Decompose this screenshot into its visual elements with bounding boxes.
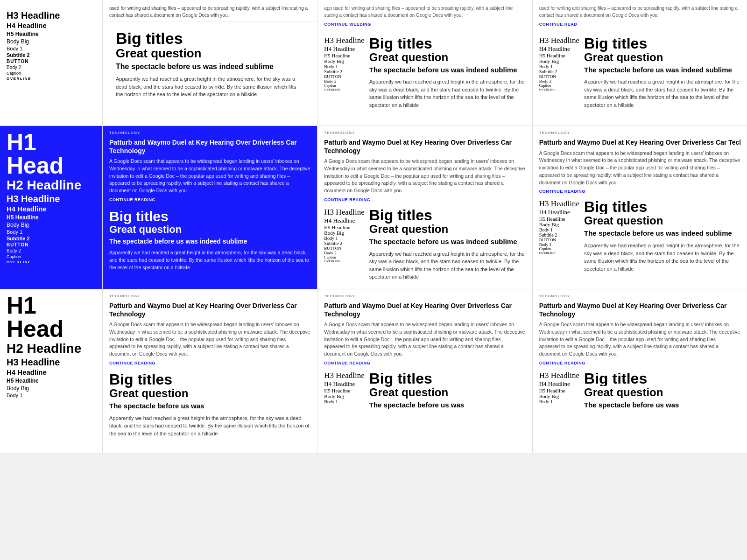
typo-mini-row2-2: H3 Headline H4 Headline H5 Headline Body…	[324, 208, 364, 284]
bigtitle-blue-1: Big titles	[109, 210, 310, 224]
bigtitles-block-3: Big titles Great question The spectacle …	[584, 36, 740, 121]
h4-label: H4 Headline	[7, 21, 98, 30]
bodypara-1-row3: Apparently we had reached a great height…	[109, 414, 310, 438]
bodypara-blue-1: Apparently we had reached a great height…	[109, 249, 310, 271]
article-col-3: used for writing and sharing files – app…	[533, 0, 747, 126]
h5-label-blue: H5 Headline	[7, 214, 98, 221]
continue-reading-3-row3[interactable]: CONTINUE READING	[539, 361, 740, 365]
article-body-2-row3: A Google Docs scam that appears to be wi…	[324, 321, 525, 358]
continue-reading-blue-1[interactable]: CONTINUE READING	[109, 197, 310, 202]
h1-label-blue: H1 Head	[7, 131, 98, 177]
row-1: H3 Headline H4 Headline H5 Headline Body…	[0, 0, 747, 126]
subtitle2-label: Subtitle 2	[7, 52, 98, 58]
article-col-1: used for writing and sharing files – app…	[103, 0, 317, 126]
great-question-1: Great question	[116, 47, 304, 59]
h3-label-row3: H3 Headline	[7, 357, 98, 367]
body-para-1: Apparently we had reached a great height…	[116, 75, 304, 98]
article-body-1-row3: A Google Docs scam that appears to be wi…	[109, 321, 310, 358]
article-col-2-row2: TECHNOLOGY Patturb and Waymo Duel at Key…	[317, 126, 532, 289]
article-body-3-row2: A Google Docs scam that appears to be wi…	[539, 150, 740, 187]
caption-label-blue: Caption	[7, 254, 98, 259]
article-col-2-row3: TECHNOLOGY Patturb and Waymo Duel at Key…	[317, 289, 532, 453]
tag-3-row2: TECHNOLOGY	[533, 126, 747, 135]
article-h-2-row2: Patturb and Waymo Duel at Key Hearing Ov…	[324, 139, 525, 155]
row-2: H1 Head H2 Headline H3 Headline H4 Headl…	[0, 126, 747, 289]
greatq-1-row3: Great question	[109, 388, 310, 399]
greatq-blue-1: Great question	[109, 224, 310, 235]
article-body-3-row3: A Google Docs scam that appears to be wi…	[539, 321, 740, 358]
continue-reading-2-row2[interactable]: CONTINUE READING	[324, 197, 525, 202]
body1-label: Body 1	[7, 46, 98, 51]
tag-2-row3: TECHNOLOGY	[317, 289, 532, 298]
button-label: BUTTON	[7, 59, 98, 64]
tag-2-row2: TECHNOLOGY	[317, 126, 532, 135]
typo-mini-row3-2: H3 Headline H4 Headline H5 Headline Body…	[324, 371, 364, 448]
body2-label-blue: Body 2	[7, 248, 98, 253]
caption-label: Caption	[7, 71, 98, 76]
article-top-text-3: used for writing and sharing files – app…	[533, 0, 747, 31]
body2-label: Body 2	[7, 65, 98, 70]
h3-label: H3 Headline	[7, 10, 98, 21]
h5-label: H5 Headline	[7, 31, 98, 37]
article-col-2: app used for writing and sharing files –…	[317, 0, 532, 126]
h2-label-blue: H2 Headline	[7, 178, 98, 193]
body1-label-row3: Body 1	[7, 392, 98, 398]
continue-reading-1-row3[interactable]: CONTINUE READING	[109, 361, 310, 365]
continue-reading-2-row3[interactable]: CONTINUE READING	[324, 361, 525, 365]
article-h-2-row3: Patturb and Waymo Duel at Key Hearing Ov…	[324, 302, 525, 318]
tag-3-row3: TECHNOLOGY	[533, 289, 747, 298]
bigtitles-row2-2: Big titles Great question The spectacle …	[369, 208, 526, 284]
typo-col-blue: H1 Head H2 Headline H3 Headline H4 Headl…	[0, 126, 103, 289]
bigtitles-block-2: Big titles Great question The spectacle …	[369, 36, 526, 121]
h4-label-row3: H4 Headline	[7, 368, 98, 377]
typo-mini-row2-3: H3 Headline H4 Headline H5 Headline Body…	[539, 199, 579, 284]
big-title-1: Big titles	[116, 30, 304, 46]
continue-reading-3[interactable]: CONTINUE READ	[539, 22, 578, 27]
h3-label-blue: H3 Headline	[7, 194, 98, 204]
article-h-blue-1: Patturb and Waymo Duel at Key Hearing Ov…	[109, 139, 310, 155]
typo-col-row3: H1 Head H2 Headline H3 Headline H4 Headl…	[0, 289, 103, 453]
h4-label-blue: H4 Headline	[7, 205, 98, 213]
article-col-3-row2: TECHNOLOGY Patturb and Waymo Duel at Key…	[533, 126, 747, 289]
typo-col-1: H3 Headline H4 Headline H5 Headline Body…	[0, 0, 103, 126]
article-col-1-row3: TECHNOLOGY Patturb and Waymo Duel at Key…	[103, 289, 317, 453]
bigtitles-row2-3: Big titles Great question The spectacle …	[584, 199, 740, 284]
spectacle-blue-1: The spectacle before us was indeed subli…	[109, 238, 310, 246]
spectacle-1-row3: The spectacle before us was	[109, 402, 310, 411]
overline-label: OVERLINE	[7, 77, 98, 81]
h1-label-row3: H1 Head	[7, 294, 98, 341]
continue-reading-2[interactable]: CONTINUE WEEDING	[324, 22, 371, 27]
article-top-text-1: used for writing and sharing files – app…	[103, 0, 317, 22]
tag-1-row3: TECHNOLOGY	[103, 289, 317, 298]
bigtitles-row3-3: Big titles Great question The spectacle …	[584, 371, 740, 448]
article-body-2-row2: A Google Docs scam that appears to be wi…	[324, 158, 525, 195]
body1-label-blue: Body 1	[7, 229, 98, 235]
continue-reading-3-row2[interactable]: CONTINUE READING	[539, 189, 740, 194]
typo-mini-row3-3: H3 Headline H4 Headline H5 Headline Body…	[539, 371, 579, 448]
article-h-1-row3: Patturb and Waymo Duel at Key Hearing Ov…	[109, 302, 310, 318]
h5-label-row3: H5 Headline	[7, 378, 98, 384]
article-h-3-row2: Patturb and Waymo Duel at Key Hearing Ov…	[539, 139, 740, 147]
bodybig-label-blue: Body Big	[7, 222, 98, 228]
article-body-blue-1: A Google Docs scam that appears to be wi…	[109, 158, 310, 195]
article-col-blue-1: TECHNOLOGY Patturb and Waymo Duel at Key…	[103, 126, 317, 289]
article-h-3-row3: Patturb and Waymo Duel at Key Hearing Ov…	[539, 302, 740, 318]
bigtitles-row3-2: Big titles Great question The spectacle …	[369, 371, 526, 448]
spectacle-1: The spectacle before us was indeed subli…	[116, 62, 304, 71]
row-3: H1 Head H2 Headline H3 Headline H4 Headl…	[0, 289, 747, 453]
tag-blue-1: TECHNOLOGY	[103, 126, 317, 135]
article-col-3-row3: TECHNOLOGY Patturb and Waymo Duel at Key…	[533, 289, 747, 453]
bodybig-label: Body Big	[7, 38, 98, 45]
h2-label-row3: H2 Headline	[7, 342, 98, 356]
overline-label-blue: OVERLINE	[7, 260, 98, 264]
bigtitle-1-row3: Big titles	[109, 372, 310, 387]
typo-mini-3: H3 Headline H4 Headline H5 Headline Body…	[539, 36, 579, 121]
page: H3 Headline H4 Headline H5 Headline Body…	[0, 0, 747, 453]
subtitle2-label-blue: Subtitle 2	[7, 236, 98, 241]
button-label-blue: BUTTON	[7, 242, 98, 247]
typo-mini-2: H3 Headline H4 Headline H5 Headline Body…	[324, 36, 364, 121]
bodybig-label-row3: Body Big	[7, 385, 98, 392]
article-top-text-2: app used for writing and sharing files –…	[317, 0, 532, 31]
